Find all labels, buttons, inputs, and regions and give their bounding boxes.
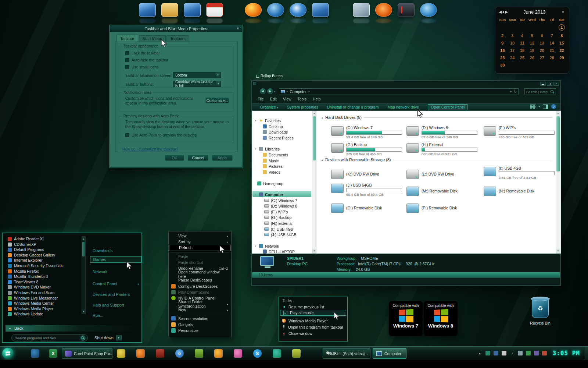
taskbar-button-corel[interactable]: Corel Paint Shop Pro... [62,348,112,359]
sidebar-item-downloads[interactable]: Downloads [252,129,312,135]
lock-taskbar-checkbox[interactable] [125,51,129,55]
sidebar-item-drive-i[interactable]: (I:) USB 4GB [252,226,312,232]
apply-button[interactable]: Apply [212,155,233,161]
tray-sync-icon[interactable] [494,351,498,355]
scroll-up-icon[interactable]: ▴ [556,111,560,116]
drive-o[interactable]: (O:) Removable Disk [331,203,405,213]
start-item-run[interactable]: Run... [90,312,141,319]
customize-taskbar-link[interactable]: How do I customize the taskbar? [122,147,178,151]
pc-tower-icon[interactable] [398,3,415,17]
recycle-bin[interactable]: ♻ Recycle Bin [526,299,554,325]
picasa-icon[interactable] [214,349,223,358]
calendar-day[interactable]: 15 [557,39,567,47]
dialog-titlebar[interactable]: Taskbar and Start Menu Properties × [110,25,242,32]
calendar-day[interactable]: 29 [557,54,567,61]
drive-g[interactable]: (G:) Backup225 GB free of 465 GB [331,142,405,156]
back-button[interactable]: ▾ Back [6,325,140,332]
dvd-app-icon[interactable] [195,349,203,358]
drive-i[interactable]: (I:) USB 4GB3.81 GB free of 3.81 GB [484,166,558,180]
messenger-icon[interactable] [117,349,125,358]
scrollbar-thumb[interactable] [313,116,316,160]
task-resume-previous-list[interactable]: ◀Resume previous list [279,304,347,310]
start-menu-scrollbar[interactable]: ▴ ▾ [82,236,86,314]
tray-messenger-icon[interactable] [534,351,539,355]
taskbar-location-select[interactable]: Bottom ▾ [173,72,221,78]
task-unpin-from-taskbar[interactable]: Unpin this program from taskbar [279,324,347,330]
scroll-up-icon[interactable]: ▴ [82,237,85,241]
documents-folder-icon[interactable] [161,3,178,17]
sidebar-item-drive-f[interactable]: (F:) WIP's [252,209,312,215]
start-program-item[interactable]: Mozilla Thunderbird [6,274,80,279]
drive-m[interactable]: (M:) Removable Disk [406,186,481,196]
context-item-pause-deskscapes[interactable]: Pause DeskScapes [169,277,231,283]
excel-icon[interactable]: X [49,349,57,358]
calendar-day[interactable]: 20 [537,47,547,54]
sidebar-item-drive-d[interactable]: (D:) Windows 8 [252,203,312,209]
calendar-day[interactable]: 27 [537,54,547,61]
cdburner-icon[interactable] [156,349,164,358]
sidebar-item-desktop[interactable]: Desktop [252,124,312,129]
breadcrumb[interactable]: Computer [290,89,307,94]
section-removable-storage[interactable]: ▴ Devices with Removable Storage (8) [322,158,552,162]
google-earth-icon[interactable] [290,3,306,17]
chevron-down-icon[interactable]: ▾ [215,72,220,78]
chevron-down-icon[interactable]: ▾ [216,81,220,86]
start-item-games[interactable]: Games [90,256,141,263]
help-icon[interactable]: ? [551,104,556,109]
search-input[interactable] [526,90,550,94]
context-item-open-command-window[interactable]: Open command window here [169,271,231,277]
tab-taskbar[interactable]: Taskbar [116,35,138,42]
drive-h[interactable]: (H:) External888 GB free of 931 GB [406,142,481,156]
context-item-sort-by[interactable]: Sort by▸ [169,239,231,245]
context-item-personalize[interactable]: Personalize [169,328,231,333]
teal-app-icon[interactable] [273,349,281,358]
start-search-input[interactable] [15,336,80,340]
menu-view[interactable]: View [283,97,291,101]
search-box[interactable] [524,88,556,95]
tray-power-icon[interactable] [542,351,547,355]
maximize-icon[interactable] [547,82,552,86]
flower-app-icon[interactable] [234,349,242,358]
calendar-day[interactable]: 28 [547,54,557,61]
start-item-devices-printers[interactable]: Devices and Printers [90,291,141,298]
sidebar-item-homegroup[interactable]: Homegroup [252,181,312,186]
autohide-taskbar-checkbox[interactable] [125,58,129,62]
start-item-control-panel[interactable]: Control Panel▸ [90,280,141,287]
skype-icon[interactable]: S [253,349,262,358]
calendar-day[interactable]: 7 [547,32,557,39]
calendar-day[interactable]: 19 [527,47,537,54]
scroll-up-icon[interactable]: ▴ [312,111,316,116]
main-scrollbar[interactable]: ▴ ▾ [556,111,560,254]
context-item-gadgets[interactable]: Gadgets [169,322,231,328]
address-bar[interactable]: ▸ Computer ▸ ▾↻ [279,88,519,95]
breadcrumb-arrow-icon[interactable]: ▸ [287,90,288,93]
sidebar-item-recent-places[interactable]: Recent Places [252,135,312,141]
taskbar-button-user-window[interactable]: DrJBHL (Seth) <drssj... [323,348,370,359]
history-dropdown-icon[interactable]: ▾ [274,90,276,93]
recycle-bin-icon[interactable]: ♻ [532,299,549,318]
start-item-help-support[interactable]: Help and Support [90,302,141,308]
sidebar-item-documents[interactable]: Documents [252,152,312,158]
rollup-button-label[interactable]: Rollup Button [256,74,283,78]
calendar-day[interactable]: 6 [537,32,547,39]
sidebar-item-drive-j[interactable]: (J:) USB 64GB [252,232,312,237]
calendar-day[interactable]: 9 [498,39,508,47]
calendar-day[interactable]: 3 [508,32,517,39]
sidebar-item-favorites[interactable]: ▾★Favorites [252,118,312,123]
chevron-down-icon[interactable]: ▾ [538,105,540,108]
start-program-item[interactable]: Internet Explorer [6,258,80,263]
calendar-day[interactable]: 23 [498,54,508,61]
start-program-item[interactable]: Mozilla Firefox [6,269,80,274]
start-program-item[interactable]: Desktop Gadget Gallery [6,252,80,258]
open-control-panel-button[interactable]: Open Control Panel [428,104,467,110]
sidebar-item-computer[interactable]: ▾Computer [252,192,312,197]
context-item-shared-folder-sync[interactable]: Shared Folder Synchronization▸ [169,301,231,307]
calendar-day[interactable]: 11 [517,39,527,47]
scrollbar-thumb[interactable] [82,242,85,256]
organize-button[interactable]: Organize▾ [260,105,278,109]
start-item-network[interactable]: Network [90,268,141,275]
start-program-item[interactable]: CDBurnerXP [6,242,80,247]
display-icon[interactable] [184,3,201,17]
calendar-day-selected[interactable]: 1 [557,23,567,32]
uninstall-program-button[interactable]: Uninstall or change a program [327,105,379,109]
